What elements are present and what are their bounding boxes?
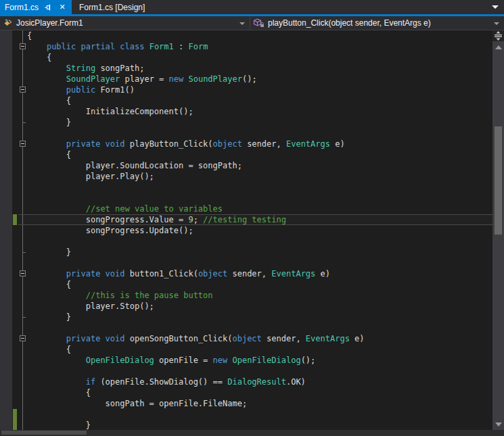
code-line-text[interactable]: String songPath; xyxy=(27,63,144,74)
code-line-text[interactable]: songPath = openFile.FileName; xyxy=(27,398,247,409)
outlining-margin xyxy=(18,387,27,398)
track-changes-margin xyxy=(12,377,18,387)
tab-form1cs-design[interactable]: Form1.cs [Design] xyxy=(72,0,152,14)
indicator-margin-cell[interactable] xyxy=(0,128,12,139)
code-line-text[interactable]: OpenFileDialog openFile = new OpenFileDi… xyxy=(27,355,315,366)
code-line-text[interactable]: private void openSongButton_Click(object… xyxy=(27,333,365,344)
indicator-margin-cell[interactable] xyxy=(0,344,12,355)
indicator-margin-cell[interactable] xyxy=(0,355,12,366)
code-line-text[interactable]: { xyxy=(27,344,71,355)
indicator-margin-cell[interactable] xyxy=(0,30,12,41)
indicator-margin-cell[interactable] xyxy=(0,398,12,409)
scroll-down-icon[interactable] xyxy=(492,420,504,429)
code-line-text[interactable]: songProgress.Value = 9; //testing testin… xyxy=(27,214,286,225)
close-icon[interactable]: ✕ xyxy=(58,3,67,12)
indicator-margin-cell[interactable] xyxy=(0,95,12,106)
pin-icon[interactable] xyxy=(43,3,53,12)
indicator-margin-cell[interactable] xyxy=(0,409,12,420)
indicator-margin-cell[interactable] xyxy=(0,106,12,117)
code-line-text[interactable]: songProgress.Update(); xyxy=(27,225,193,236)
code-line: player.Play(); xyxy=(0,171,492,182)
indicator-margin-cell[interactable] xyxy=(0,63,12,74)
indicator-margin-cell[interactable] xyxy=(0,420,12,430)
indicator-margin-cell[interactable] xyxy=(0,290,12,301)
code-line-text[interactable]: player.Play(); xyxy=(27,171,154,182)
indicator-margin-cell[interactable] xyxy=(0,258,12,268)
indicator-margin-cell[interactable] xyxy=(0,117,12,128)
indicator-margin-cell[interactable] xyxy=(0,171,12,182)
indicator-margin-cell[interactable] xyxy=(0,84,12,95)
code-line-text[interactable]: { xyxy=(27,52,51,63)
fold-collapse-icon[interactable] xyxy=(20,141,26,147)
outlining-margin xyxy=(18,149,27,160)
indicator-margin-cell[interactable] xyxy=(0,203,12,214)
outlining-margin xyxy=(18,193,27,203)
horizontal-scrollbar[interactable] xyxy=(0,430,504,435)
track-changes-margin xyxy=(12,117,18,128)
code-line xyxy=(0,193,492,203)
indicator-margin-cell[interactable] xyxy=(0,182,12,193)
code-line-text[interactable]: private void button1_Click(object sender… xyxy=(27,268,330,279)
indicator-margin-cell[interactable] xyxy=(0,247,12,258)
code-line-text[interactable]: { xyxy=(27,30,32,41)
code-line-text[interactable]: { xyxy=(27,387,91,398)
code-line-text[interactable]: //this is the pause button xyxy=(27,290,213,301)
indicator-margin-cell[interactable] xyxy=(0,366,12,377)
tab-form1cs[interactable]: Form1.cs ✕ xyxy=(0,0,72,14)
indicator-margin-cell[interactable] xyxy=(0,193,12,203)
fold-collapse-icon[interactable] xyxy=(20,87,26,93)
code-line-text[interactable]: InitializeComponent(); xyxy=(27,106,193,117)
indicator-margin-cell[interactable] xyxy=(0,268,12,279)
indicator-margin-cell[interactable] xyxy=(0,149,12,160)
outlining-margin xyxy=(18,171,27,182)
code-line xyxy=(0,409,492,420)
vertical-scrollbar-thumb[interactable] xyxy=(495,126,502,235)
indicator-margin-cell[interactable] xyxy=(0,41,12,52)
types-dropdown[interactable]: JosicPlayer.Form1 xyxy=(0,16,250,30)
code-line-text[interactable]: public Form1() xyxy=(27,84,135,95)
members-dropdown-label: playButton_Click(object sender, EventArg… xyxy=(268,18,431,28)
code-line-text[interactable]: //set new value to variables xyxy=(27,203,223,214)
indicator-margin-cell[interactable] xyxy=(0,74,12,84)
indicator-margin-cell[interactable] xyxy=(0,387,12,398)
code-line-text[interactable]: { xyxy=(27,279,71,290)
fold-collapse-icon[interactable] xyxy=(20,43,26,49)
horizontal-scrollbar-thumb[interactable] xyxy=(1,431,87,435)
code-line-text[interactable]: player.SoundLocation = songPath; xyxy=(27,160,242,171)
indicator-margin-cell[interactable] xyxy=(0,279,12,290)
indicator-margin-cell[interactable] xyxy=(0,236,12,247)
code-line: if (openFile.ShowDialog() == DialogResul… xyxy=(0,377,492,387)
code-line-text[interactable]: public partial class Form1 : Form xyxy=(27,41,208,52)
indicator-margin-cell[interactable] xyxy=(0,139,12,149)
indicator-margin-cell[interactable] xyxy=(0,160,12,171)
code-line-text[interactable]: SoundPlayer player = new SoundPlayer(); xyxy=(27,74,257,84)
fold-collapse-icon[interactable] xyxy=(20,335,26,341)
code-line-text[interactable]: } xyxy=(27,312,71,322)
indicator-margin-cell[interactable] xyxy=(0,214,12,225)
editor-splitter-icon[interactable] xyxy=(492,30,504,41)
scroll-up-icon[interactable] xyxy=(492,43,504,51)
members-dropdown[interactable]: playButton_Click(object sender, EventArg… xyxy=(250,16,504,30)
indicator-margin-cell[interactable] xyxy=(0,322,12,333)
code-line-text[interactable]: } xyxy=(27,247,71,258)
indicator-margin-cell[interactable] xyxy=(0,301,12,312)
vertical-scrollbar[interactable] xyxy=(492,30,504,430)
indicator-margin-cell[interactable] xyxy=(0,377,12,387)
chevron-down-icon[interactable] xyxy=(492,5,499,9)
indicator-margin-cell[interactable] xyxy=(0,333,12,344)
code-line-text[interactable]: } xyxy=(27,420,91,430)
indicator-margin-cell[interactable] xyxy=(0,225,12,236)
code-line-text[interactable]: } xyxy=(27,117,71,128)
code-line: OpenFileDialog openFile = new OpenFileDi… xyxy=(0,355,492,366)
track-changes-margin xyxy=(12,366,18,377)
code-line-text[interactable]: private void playButton_Click(object sen… xyxy=(27,139,345,149)
indicator-margin-cell[interactable] xyxy=(0,312,12,322)
code-line-text[interactable]: player.Stop(); xyxy=(27,301,154,312)
track-changes-margin xyxy=(12,312,18,322)
outlining-margin xyxy=(18,366,27,377)
code-line-text[interactable]: { xyxy=(27,149,71,160)
fold-collapse-icon[interactable] xyxy=(20,270,26,276)
indicator-margin-cell[interactable] xyxy=(0,52,12,63)
code-line-text[interactable]: if (openFile.ShowDialog() == DialogResul… xyxy=(27,377,306,387)
code-line-text[interactable]: { xyxy=(27,95,71,106)
